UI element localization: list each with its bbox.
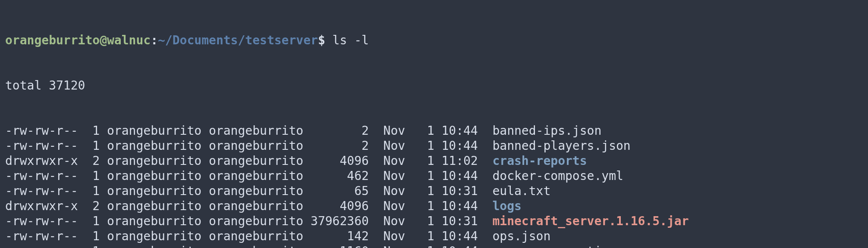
file-time: 10:44 [441, 198, 485, 214]
file-links: 2 [85, 198, 100, 214]
file-name: logs [492, 198, 521, 214]
file-size: 2 [311, 123, 369, 138]
file-links: 1 [85, 244, 100, 248]
file-permissions: -rw-rw-r-- [5, 214, 78, 229]
list-item: drwxrwxr-x 2 orangeburrito orangeburrito… [5, 153, 863, 168]
file-day: 1 [420, 123, 434, 138]
file-size: 2 [311, 138, 369, 153]
file-links: 1 [85, 123, 100, 138]
file-month: Nov [376, 244, 405, 248]
file-time: 10:44 [441, 138, 485, 153]
file-name: minecraft_server.1.16.5.jar [492, 214, 689, 229]
file-group: orangeburrito [209, 183, 303, 198]
file-group: orangeburrito [209, 229, 303, 244]
file-day: 1 [420, 229, 434, 244]
prompt-user-host: orangeburrito@walnuc [5, 33, 151, 47]
file-owner: orangeburrito [107, 229, 201, 244]
file-permissions: -rw-rw-r-- [5, 168, 78, 183]
file-day: 1 [420, 214, 434, 229]
list-item: -rw-rw-r-- 1 orangeburrito orangeburrito… [5, 138, 863, 153]
file-permissions: -rw-rw-r-- [5, 138, 78, 153]
file-owner: orangeburrito [107, 168, 201, 183]
file-month: Nov [376, 198, 405, 214]
file-owner: orangeburrito [107, 244, 201, 248]
file-day: 1 [420, 183, 434, 198]
list-item: -rw-rw-r-- 1 orangeburrito orangeburrito… [5, 168, 863, 183]
list-item: -rw-rw-r-- 1 orangeburrito orangeburrito… [5, 183, 863, 198]
file-day: 1 [420, 244, 434, 248]
file-links: 1 [85, 138, 100, 153]
file-month: Nov [376, 168, 405, 183]
file-name: ops.json [492, 229, 550, 244]
file-name: banned-ips.json [492, 123, 601, 138]
file-month: Nov [376, 214, 405, 229]
file-month: Nov [376, 183, 405, 198]
file-month: Nov [376, 123, 405, 138]
total-line: total 37120 [5, 78, 863, 93]
file-links: 2 [85, 153, 100, 168]
list-item: drwxrwxr-x 2 orangeburrito orangeburrito… [5, 198, 863, 214]
list-item: -rw-r--r-- 1 orangeburrito orangeburrito… [5, 244, 863, 248]
file-month: Nov [376, 153, 405, 168]
file-time: 10:31 [441, 214, 485, 229]
file-day: 1 [420, 168, 434, 183]
file-group: orangeburrito [209, 123, 303, 138]
file-owner: orangeburrito [107, 153, 201, 168]
file-name: eula.txt [492, 183, 550, 198]
command-text: ls -l [333, 33, 369, 47]
file-links: 1 [85, 214, 100, 229]
file-day: 1 [420, 153, 434, 168]
file-time: 10:44 [441, 244, 485, 248]
terminal[interactable]: orangeburrito@walnuc:~/Documents/testser… [0, 0, 868, 248]
file-owner: orangeburrito [107, 138, 201, 153]
ls-listing: -rw-rw-r-- 1 orangeburrito orangeburrito… [5, 123, 863, 248]
file-owner: orangeburrito [107, 123, 201, 138]
file-name: crash-reports [492, 153, 587, 168]
list-item: -rw-rw-r-- 1 orangeburrito orangeburrito… [5, 229, 863, 244]
prompt-colon: : [151, 33, 158, 47]
file-links: 1 [85, 168, 100, 183]
file-permissions: -rw-rw-r-- [5, 229, 78, 244]
file-size: 462 [311, 168, 369, 183]
file-group: orangeburrito [209, 153, 303, 168]
file-group: orangeburrito [209, 138, 303, 153]
file-permissions: -rw-r--r-- [5, 244, 78, 248]
file-day: 1 [420, 198, 434, 214]
prompt-line[interactable]: orangeburrito@walnuc:~/Documents/testser… [5, 33, 863, 48]
file-name: docker-compose.yml [492, 168, 623, 183]
prompt-cwd: ~/Documents/testserver [158, 33, 318, 47]
file-time: 11:02 [441, 153, 485, 168]
file-permissions: -rw-rw-r-- [5, 183, 78, 198]
file-size: 4096 [311, 198, 369, 214]
file-links: 1 [85, 229, 100, 244]
file-links: 1 [85, 183, 100, 198]
file-day: 1 [420, 138, 434, 153]
file-owner: orangeburrito [107, 214, 201, 229]
file-month: Nov [376, 229, 405, 244]
file-size: 142 [311, 229, 369, 244]
file-size: 37962360 [311, 214, 369, 229]
file-size: 4096 [311, 153, 369, 168]
file-time: 10:31 [441, 183, 485, 198]
prompt-symbol: $ [318, 33, 325, 47]
file-permissions: drwxrwxr-x [5, 153, 78, 168]
file-owner: orangeburrito [107, 198, 201, 214]
file-group: orangeburrito [209, 244, 303, 248]
file-size: 1160 [311, 244, 369, 248]
list-item: -rw-rw-r-- 1 orangeburrito orangeburrito… [5, 123, 863, 138]
file-name: banned-players.json [492, 138, 630, 153]
file-time: 10:44 [441, 229, 485, 244]
file-group: orangeburrito [209, 168, 303, 183]
file-name: server.properties [492, 244, 616, 248]
list-item: -rw-rw-r-- 1 orangeburrito orangeburrito… [5, 214, 863, 229]
file-group: orangeburrito [209, 214, 303, 229]
file-month: Nov [376, 138, 405, 153]
file-time: 10:44 [441, 168, 485, 183]
file-permissions: -rw-rw-r-- [5, 123, 78, 138]
file-owner: orangeburrito [107, 183, 201, 198]
file-group: orangeburrito [209, 198, 303, 214]
file-permissions: drwxrwxr-x [5, 198, 78, 214]
file-time: 10:44 [441, 123, 485, 138]
file-size: 65 [311, 183, 369, 198]
